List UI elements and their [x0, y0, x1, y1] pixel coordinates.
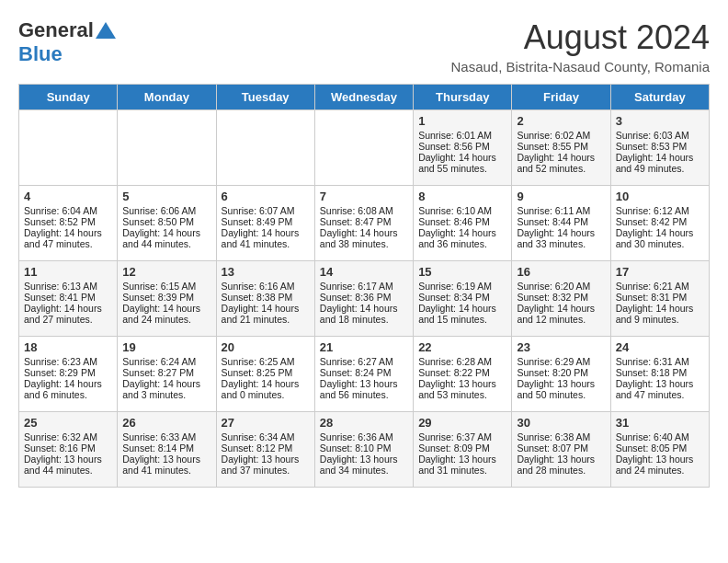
day-info: Daylight: 14 hours [616, 152, 704, 163]
calendar-cell: 27Sunrise: 6:34 AMSunset: 8:12 PMDayligh… [216, 412, 314, 488]
calendar-cell: 29Sunrise: 6:37 AMSunset: 8:09 PMDayligh… [414, 412, 512, 488]
day-info: Sunset: 8:38 PM [222, 292, 310, 303]
day-info: Sunset: 8:10 PM [320, 442, 408, 454]
day-info: and 47 minutes. [616, 389, 704, 400]
day-info: Daylight: 13 hours [517, 378, 605, 389]
day-info: and 15 minutes. [418, 314, 506, 325]
day-info: Sunset: 8:55 PM [517, 141, 605, 152]
day-info: Daylight: 14 hours [517, 227, 605, 238]
day-info: Sunrise: 6:02 AM [517, 130, 605, 141]
day-info: Sunset: 8:16 PM [24, 442, 112, 454]
day-info: Daylight: 14 hours [616, 303, 704, 314]
day-info: Sunrise: 6:17 AM [320, 281, 408, 292]
calendar-cell: 31Sunrise: 6:40 AMSunset: 8:05 PMDayligh… [610, 412, 709, 488]
day-info: and 33 minutes. [517, 238, 605, 249]
day-info: Sunrise: 6:36 AM [320, 431, 408, 442]
day-info: Sunrise: 6:20 AM [517, 281, 605, 292]
day-info: and 27 minutes. [24, 314, 112, 325]
day-info: and 28 minutes. [517, 465, 605, 476]
day-number: 19 [122, 340, 210, 354]
day-info: Sunrise: 6:04 AM [24, 205, 112, 216]
location: Nasaud, Bistrita-Nasaud County, Romania [450, 59, 710, 75]
calendar-cell: 9Sunrise: 6:11 AMSunset: 8:44 PMDaylight… [512, 186, 610, 261]
calendar-table: SundayMondayTuesdayWednesdayThursdayFrid… [18, 84, 710, 488]
calendar-cell: 15Sunrise: 6:19 AMSunset: 8:34 PMDayligh… [414, 261, 512, 337]
day-info: Daylight: 13 hours [222, 454, 310, 465]
day-info: Sunrise: 6:34 AM [222, 431, 310, 442]
day-info: Sunrise: 6:13 AM [24, 281, 112, 292]
day-info: Daylight: 14 hours [418, 227, 506, 238]
calendar-cell: 24Sunrise: 6:31 AMSunset: 8:18 PMDayligh… [610, 337, 709, 412]
day-number: 6 [222, 190, 310, 203]
day-info: Daylight: 13 hours [616, 454, 704, 465]
day-info: and 37 minutes. [222, 465, 310, 476]
calendar-week-3: 11Sunrise: 6:13 AMSunset: 8:41 PMDayligh… [19, 261, 710, 337]
day-info: Sunset: 8:09 PM [418, 442, 506, 454]
logo-text: General [18, 18, 94, 42]
day-info: Sunset: 8:20 PM [517, 367, 605, 378]
day-info: Daylight: 13 hours [320, 378, 408, 389]
col-header-tuesday: Tuesday [216, 85, 314, 110]
day-info: Sunrise: 6:19 AM [418, 281, 506, 292]
day-info: and 41 minutes. [122, 465, 210, 476]
day-info: Sunrise: 6:25 AM [222, 356, 310, 367]
day-number: 29 [418, 416, 506, 430]
day-info: and 6 minutes. [24, 389, 112, 400]
day-info: and 24 minutes. [122, 314, 210, 325]
calendar-week-5: 25Sunrise: 6:32 AMSunset: 8:16 PMDayligh… [19, 412, 710, 488]
calendar-cell: 20Sunrise: 6:25 AMSunset: 8:25 PMDayligh… [216, 337, 314, 412]
calendar-cell: 11Sunrise: 6:13 AMSunset: 8:41 PMDayligh… [19, 261, 118, 337]
day-number: 30 [517, 416, 605, 430]
page-header: General Blue August 2024 Nasaud, Bistrit… [18, 18, 710, 75]
day-info: Sunrise: 6:31 AM [616, 356, 704, 367]
calendar-cell: 17Sunrise: 6:21 AMSunset: 8:31 PMDayligh… [610, 261, 709, 337]
day-info: Daylight: 14 hours [517, 303, 605, 314]
day-info: Daylight: 14 hours [122, 378, 210, 389]
day-info: Sunset: 8:42 PM [616, 216, 704, 227]
day-info: and 30 minutes. [616, 238, 704, 249]
day-info: Daylight: 14 hours [24, 303, 112, 314]
day-info: Sunset: 8:46 PM [418, 216, 506, 227]
day-number: 8 [418, 190, 506, 203]
day-info: and 55 minutes. [418, 163, 506, 174]
day-info: Sunset: 8:07 PM [517, 442, 605, 454]
day-info: and 31 minutes. [418, 465, 506, 476]
day-info: Sunset: 8:53 PM [616, 141, 704, 152]
day-number: 4 [24, 190, 112, 203]
day-info: Sunset: 8:47 PM [320, 216, 408, 227]
calendar-cell: 28Sunrise: 6:36 AMSunset: 8:10 PMDayligh… [314, 412, 413, 488]
day-info: Sunrise: 6:32 AM [24, 431, 112, 442]
day-info: Sunset: 8:12 PM [222, 442, 310, 454]
day-number: 18 [24, 340, 112, 354]
col-header-sunday: Sunday [19, 85, 118, 110]
day-info: Sunset: 8:27 PM [122, 367, 210, 378]
day-info: Sunrise: 6:24 AM [122, 356, 210, 367]
calendar-cell: 26Sunrise: 6:33 AMSunset: 8:14 PMDayligh… [118, 412, 216, 488]
calendar-cell: 25Sunrise: 6:32 AMSunset: 8:16 PMDayligh… [19, 412, 118, 488]
day-number: 21 [320, 340, 408, 354]
day-info: and 41 minutes. [222, 238, 310, 249]
day-info: and 34 minutes. [320, 465, 408, 476]
day-number: 28 [320, 416, 408, 430]
calendar-cell: 16Sunrise: 6:20 AMSunset: 8:32 PMDayligh… [512, 261, 610, 337]
day-info: Sunrise: 6:23 AM [24, 356, 112, 367]
day-number: 5 [122, 190, 210, 203]
calendar-cell [118, 110, 216, 186]
day-info: Sunset: 8:25 PM [222, 367, 310, 378]
day-number: 1 [418, 114, 506, 128]
day-info: Daylight: 14 hours [24, 227, 112, 238]
day-info: and 3 minutes. [122, 389, 210, 400]
day-info: and 56 minutes. [320, 389, 408, 400]
day-info: Sunrise: 6:37 AM [418, 431, 506, 442]
title-block: August 2024 Nasaud, Bistrita-Nasaud Coun… [450, 18, 710, 75]
day-info: Sunset: 8:31 PM [616, 292, 704, 303]
logo: General Blue [18, 18, 116, 66]
calendar-cell [314, 110, 413, 186]
calendar-cell: 1Sunrise: 6:01 AMSunset: 8:56 PMDaylight… [414, 110, 512, 186]
day-number: 13 [222, 265, 310, 279]
calendar-cell: 21Sunrise: 6:27 AMSunset: 8:24 PMDayligh… [314, 337, 413, 412]
day-info: Daylight: 14 hours [24, 378, 112, 389]
day-number: 25 [24, 416, 112, 430]
day-number: 24 [616, 340, 704, 354]
day-number: 9 [517, 190, 605, 203]
